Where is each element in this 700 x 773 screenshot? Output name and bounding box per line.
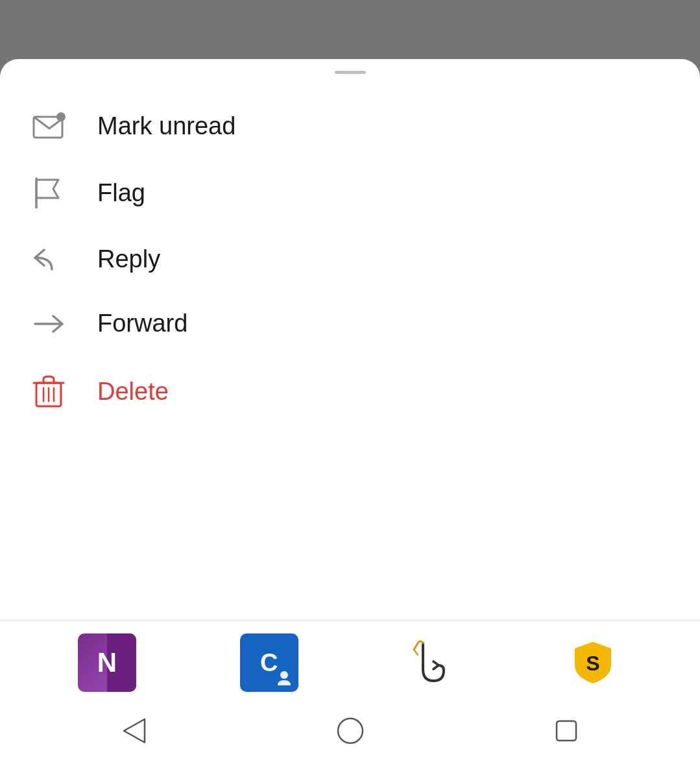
forward-icon (32, 312, 71, 336)
menu-item-reply[interactable]: Reply (0, 227, 700, 291)
svg-rect-16 (557, 721, 576, 741)
reply-label: Reply (97, 245, 160, 273)
onenote-letter: N (97, 647, 117, 678)
svg-text:S: S (586, 652, 599, 675)
forward-label: Forward (97, 310, 187, 337)
mark-unread-label: Mark unread (97, 112, 235, 140)
hook-svg-icon (405, 637, 457, 689)
recents-square-icon (554, 718, 579, 743)
company-portal-app-icon[interactable]: C (240, 633, 298, 692)
svg-marker-14 (124, 719, 145, 742)
nav-back-button[interactable] (112, 708, 157, 754)
nav-bar (0, 698, 700, 773)
menu-list: Mark unread Flag (0, 80, 700, 620)
menu-item-forward[interactable]: Forward (0, 291, 700, 356)
drag-handle[interactable] (335, 71, 366, 74)
flag-label: Flag (97, 179, 145, 207)
onenote-app-icon[interactable]: N (78, 633, 136, 692)
menu-item-delete[interactable]: Delete (0, 356, 700, 427)
nav-home-button[interactable] (328, 708, 373, 754)
svg-point-1 (56, 112, 66, 121)
app-dock: N C (0, 620, 700, 698)
svg-line-12 (414, 650, 418, 655)
shield-app-icon[interactable]: S (564, 633, 622, 692)
bottom-sheet: Mark unread Flag (0, 59, 700, 773)
nav-recents-button[interactable] (544, 708, 589, 754)
back-triangle-icon (121, 717, 147, 745)
svg-point-15 (338, 718, 363, 743)
menu-item-mark-unread[interactable]: Mark unread (0, 93, 700, 159)
home-circle-icon (336, 717, 365, 745)
delete-icon (32, 374, 71, 409)
flag-icon (32, 177, 71, 208)
hook-app-icon[interactable] (402, 633, 460, 692)
delete-label: Delete (97, 378, 169, 406)
menu-item-flag[interactable]: Flag (0, 159, 700, 227)
shield-svg-icon: S (567, 637, 619, 689)
svg-point-9 (280, 671, 288, 679)
svg-line-11 (414, 643, 418, 650)
mark-unread-icon (32, 112, 71, 141)
cortana-person-icon (275, 669, 293, 687)
reply-icon (32, 245, 71, 273)
